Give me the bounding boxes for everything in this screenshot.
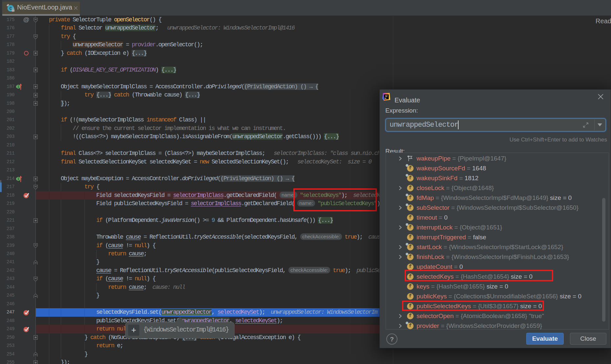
svg-text:C: C — [9, 6, 12, 11]
svg-text:IJ: IJ — [385, 95, 387, 97]
